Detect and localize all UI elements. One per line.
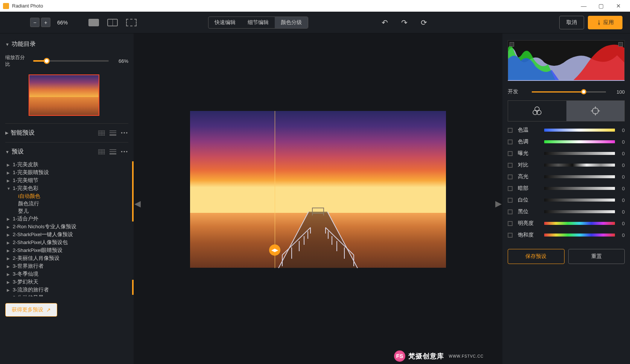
tree-item[interactable]: ▶ 1-适合户外 <box>5 215 128 223</box>
tree-item[interactable]: ▶ 2-美丽佳人肖像预设 <box>5 255 128 262</box>
adjustment-checkbox[interactable] <box>508 151 513 156</box>
maximize-button[interactable]: ▢ <box>592 3 610 9</box>
zoom-level: 66% <box>57 20 68 26</box>
image-canvas[interactable]: ◀▶ <box>190 111 446 268</box>
undo-icon[interactable]: ↶ <box>382 18 388 27</box>
adjustment-checkbox[interactable] <box>508 174 513 179</box>
adjustment-value: 0 <box>620 151 625 156</box>
adjustment-row: 黑位0 <box>508 208 625 215</box>
pier-graphic <box>233 200 403 268</box>
preset-tree: ▶ 1-完美皮肤▶ 1-完美眼睛预设▶ 1-完美细节▼ 1-完美色彩i自动颜色颜… <box>5 161 128 296</box>
tree-item[interactable]: ▶ 2-SharkPixel人像预设包 <box>5 239 128 247</box>
tab-detail-edit[interactable]: 细节编辑 <box>242 17 275 28</box>
view-split-icon[interactable] <box>107 19 118 26</box>
collapse-icon[interactable]: ▼ <box>5 42 9 47</box>
adjustment-slider[interactable] <box>544 164 615 167</box>
get-more-presets-button[interactable]: 获得更多预设 ↗ <box>5 303 57 317</box>
presets-title: 预设 <box>12 148 98 156</box>
tab-color-grade[interactable]: 颜色分级 <box>275 17 308 28</box>
adjustment-label: 饱和度 <box>518 232 544 238</box>
zoom-out-button[interactable]: − <box>30 18 40 27</box>
develop-value: 100 <box>610 89 625 95</box>
apply-button[interactable]: ⭳ 应用 <box>588 16 622 29</box>
grid-view-icon[interactable] <box>98 130 105 136</box>
list-view-icon[interactable] <box>110 149 116 155</box>
tab-quick-edit[interactable]: 快速编辑 <box>208 17 242 28</box>
adjustment-value: 0 <box>620 232 625 238</box>
develop-slider[interactable] <box>532 91 606 93</box>
view-crop-icon[interactable] <box>126 19 137 26</box>
zoom-slider[interactable] <box>33 60 109 62</box>
more-icon[interactable]: ••• <box>121 149 128 155</box>
tree-item[interactable]: ▶ 2-SharkPixel一键人像预设 <box>5 231 128 239</box>
tree-item[interactable]: ▶ 2-Ron Nichols专业人像预设 <box>5 223 128 231</box>
list-view-icon[interactable] <box>110 130 116 136</box>
tree-item[interactable]: ▶ 1-完美眼睛预设 <box>5 169 128 177</box>
develop-label: 开发 <box>508 88 532 95</box>
tree-item[interactable]: ▶ 3-梦幻秋天 <box>5 278 128 286</box>
edit-mode-tabs: 快速编辑 细节编辑 颜色分级 <box>208 17 308 29</box>
tree-item[interactable]: ▶ 1-完美皮肤 <box>5 161 128 169</box>
adjustment-checkbox[interactable] <box>508 140 513 144</box>
zoom-slider-label: 缩放百分比 <box>5 54 29 68</box>
tree-item[interactable]: ▶ 3-冬季仙境 <box>5 270 128 278</box>
next-image-icon[interactable]: ▶ <box>495 199 502 209</box>
adjustment-value: 0 <box>620 162 625 168</box>
adjustment-slider[interactable] <box>544 210 615 213</box>
tree-item[interactable]: ▼ 1-完美色彩 <box>5 185 128 193</box>
adjustment-checkbox[interactable] <box>508 209 513 214</box>
window-title: Radiant Photo <box>12 3 575 9</box>
left-panel: ▼ 功能目录 缩放百分比 66% ▶ 智能预设 ••• ▼ 预设 <box>0 33 134 364</box>
adjustment-row: 明亮度0 <box>508 220 625 227</box>
adjustment-checkbox[interactable] <box>508 128 513 133</box>
adjustment-checkbox[interactable] <box>508 186 513 191</box>
tree-item[interactable]: ▶ 3-流浪的旅行者 <box>5 286 128 294</box>
minimize-button[interactable]: — <box>575 3 592 9</box>
watermark-logo-icon: FS <box>394 350 405 362</box>
adjustment-checkbox[interactable] <box>508 163 513 168</box>
histogram-clip-right[interactable] <box>618 42 623 47</box>
reset-button[interactable]: 重置 <box>568 249 625 264</box>
tree-item[interactable]: ▶ 1-完美细节 <box>5 177 128 185</box>
svg-marker-0 <box>278 212 358 268</box>
adjustment-row: 饱和度0 <box>508 232 625 238</box>
close-button[interactable]: ✕ <box>610 3 627 9</box>
target-adjust-tab[interactable] <box>566 101 625 121</box>
thumbnail-preview[interactable] <box>29 74 99 116</box>
color-wheel-tab[interactable] <box>508 101 566 121</box>
view-single-icon[interactable] <box>88 19 99 26</box>
adjustment-checkbox[interactable] <box>508 198 513 203</box>
collapse-icon[interactable]: ▼ <box>5 150 9 154</box>
adjustment-slider[interactable] <box>544 129 615 132</box>
adjustment-label: 高光 <box>518 173 544 180</box>
adjustment-slider[interactable] <box>544 199 615 202</box>
tree-item[interactable]: ▶ 2-SharkPixel眼睛预设 <box>5 247 128 255</box>
tree-child-item[interactable]: i自动颜色 <box>5 193 128 200</box>
histogram-clip-left[interactable] <box>510 42 514 47</box>
redo-icon[interactable]: ↷ <box>401 18 408 27</box>
prev-image-icon[interactable]: ◀ <box>134 199 141 209</box>
compare-handle-icon[interactable]: ◀▶ <box>269 244 280 256</box>
save-preset-button[interactable]: 保存预设 <box>508 249 565 264</box>
adjustment-value: 0 <box>620 221 625 226</box>
adjustment-checkbox[interactable] <box>508 221 513 226</box>
adjustment-row: 曝光0 <box>508 150 625 157</box>
reset-icon[interactable]: ⟳ <box>421 18 427 27</box>
tree-item[interactable]: ▶ 3-生动的风景 <box>5 294 128 296</box>
adjustment-slider[interactable] <box>544 187 615 190</box>
adjustment-slider[interactable] <box>544 234 615 237</box>
adjustment-slider[interactable] <box>544 175 615 178</box>
adjustment-slider[interactable] <box>544 152 615 155</box>
zoom-in-button[interactable]: + <box>41 18 50 27</box>
cancel-button[interactable]: 取消 <box>559 16 584 29</box>
grid-view-icon[interactable] <box>98 149 105 155</box>
adjustment-row: 暗部0 <box>508 185 625 192</box>
more-icon[interactable]: ••• <box>121 130 128 136</box>
collapse-icon[interactable]: ▶ <box>5 130 8 135</box>
adjustment-slider[interactable] <box>544 222 615 225</box>
tree-item[interactable]: ▶ 3-世界旅行者 <box>5 262 128 270</box>
tree-child-item[interactable]: 颜色流行 <box>5 200 128 208</box>
adjustment-checkbox[interactable] <box>508 233 513 238</box>
adjustment-slider[interactable] <box>544 140 615 143</box>
tree-child-item[interactable]: 婴儿 <box>5 208 128 215</box>
